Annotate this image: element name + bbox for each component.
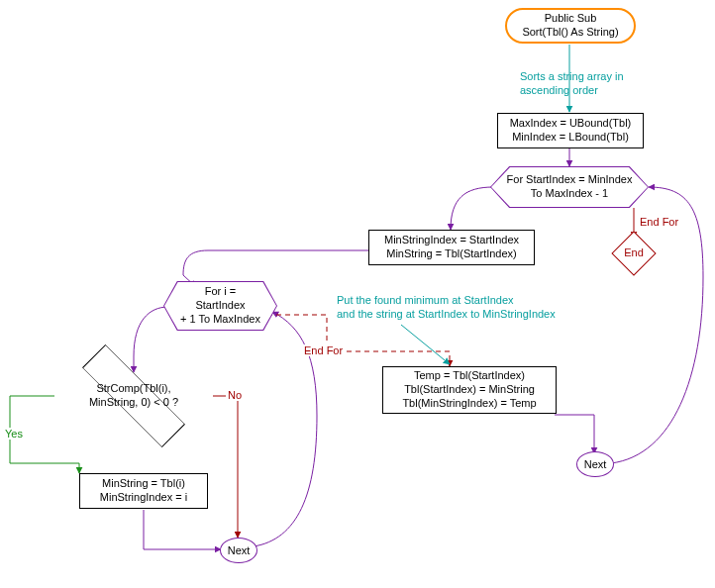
loop-outer-for: For StartIndex = MinIndex To MaxIndex - … bbox=[490, 166, 649, 208]
decision-strcomp: StrComp(Tbl(i), MinString, 0) < 0 ? bbox=[77, 366, 190, 426]
label-yes: Yes bbox=[3, 428, 25, 440]
process-init-bounds: MaxIndex = UBound(Tbl) MinIndex = LBound… bbox=[497, 113, 644, 148]
connector-inner-next: Next bbox=[220, 538, 257, 563]
process-update-min: MinString = Tbl(i) MinStringIndex = i bbox=[79, 473, 208, 509]
label-no: No bbox=[226, 389, 244, 401]
loop-inner-for: For i = StartIndex + 1 To MaxIndex bbox=[163, 281, 277, 331]
loop-inner-for-label: For i = StartIndex + 1 To MaxIndex bbox=[164, 282, 276, 330]
start-text: Public Sub Sort(Tbl() As String) bbox=[522, 12, 618, 40]
start-terminator: Public Sub Sort(Tbl() As String) bbox=[505, 8, 636, 44]
label-outer-end-for: End For bbox=[638, 216, 680, 228]
comment-swap: Put the found minimum at StartIndex and … bbox=[337, 293, 556, 322]
end-terminator: End bbox=[618, 238, 650, 269]
connector-outer-next: Next bbox=[576, 451, 614, 477]
label-inner-end-for: End For bbox=[302, 344, 345, 356]
loop-outer-for-label: For StartIndex = MinIndex To MaxIndex - … bbox=[491, 167, 648, 207]
comment-description: Sorts a string array in ascending order bbox=[520, 69, 624, 98]
process-body-init: MinStringIndex = StartIndex MinString = … bbox=[368, 230, 535, 265]
process-swap: Temp = Tbl(StartIndex) Tbl(StartIndex) =… bbox=[382, 366, 557, 414]
connector-inner-next-label: Next bbox=[228, 544, 251, 556]
connector-outer-next-label: Next bbox=[584, 458, 607, 470]
